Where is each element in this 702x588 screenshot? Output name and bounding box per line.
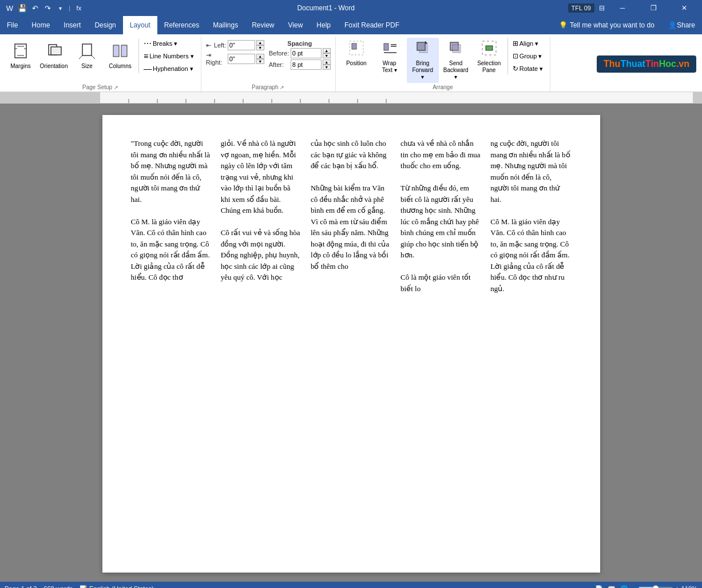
svg-rect-6 [51, 47, 61, 55]
undo-icon[interactable]: ↶ [30, 3, 40, 13]
svg-text:-5: -5 [127, 102, 132, 104]
redo-icon[interactable]: ↷ [42, 3, 53, 13]
spacing-after-input[interactable] [291, 59, 322, 70]
hyphenation-label: Hyphenation ▾ [153, 65, 193, 73]
columns-button[interactable]: Columns [104, 41, 136, 72]
paragraph-dialog-icon[interactable]: ↗ [280, 85, 284, 90]
svg-text:-3: -3 [184, 102, 189, 104]
menu-home[interactable]: Home [25, 16, 57, 34]
align-button[interactable]: ⊞ Align ▾ [510, 38, 545, 49]
indent-right-icon: ⇥ [206, 51, 211, 58]
menu-references[interactable]: References [157, 16, 206, 34]
position-icon [348, 40, 364, 59]
language-indicator[interactable]: 📝 English (United States) [80, 585, 154, 589]
spacing-before-down[interactable]: ▼ [323, 53, 331, 58]
indent-right-down[interactable]: ▼ [256, 59, 264, 64]
spacing-after-up[interactable]: ▲ [323, 59, 331, 65]
menu-insert[interactable]: Insert [57, 16, 88, 34]
menu-mailings[interactable]: Mailings [206, 16, 245, 34]
zoom-handle[interactable] [652, 585, 659, 588]
title-bar-controls: TFL 09 ⊟ ─ ❐ ✕ [568, 0, 697, 16]
position-label: Position [346, 60, 367, 67]
status-right: 📄 📖 🌐 − + 110% [595, 585, 697, 589]
spacing-after-down[interactable]: ▼ [323, 65, 331, 70]
document-area[interactable]: "Trong cuộc đời, người tôi mang ơn nhiều… [0, 104, 702, 582]
send-backward-label: Send Backward ▾ [443, 60, 469, 81]
selection-pane-label: Selection Pane [477, 60, 502, 74]
page-setup-label: Page Setup ↗ [5, 83, 196, 92]
column-2: giỏi. Về nhà cô là người vợ ngoan, mẹ hi… [221, 138, 302, 294]
svg-line-9 [92, 55, 95, 59]
menu-help[interactable]: Help [310, 16, 338, 34]
status-bar: Page 1 of 2 668 words 📝 English (United … [0, 582, 702, 588]
proofing-icon: 📝 [80, 585, 88, 589]
line-numbers-label: Line Numbers ▾ [149, 53, 194, 60]
svg-rect-19 [417, 42, 425, 50]
customize-icon[interactable]: ▾ [55, 3, 65, 13]
logo-thuat: Thuat [620, 59, 645, 69]
wrap-text-icon [382, 40, 398, 59]
indent-right-up[interactable]: ▲ [256, 54, 264, 59]
size-button[interactable]: Size [71, 41, 103, 72]
save-icon[interactable]: 💾 [17, 3, 27, 13]
close-button[interactable]: ✕ [671, 0, 697, 16]
page-setup-dialog-icon[interactable]: ↗ [114, 85, 118, 90]
column-5: ng cuộc đời, người tôi mang ơn nhiều nhấ… [490, 138, 571, 294]
indent-left-down[interactable]: ▼ [256, 45, 264, 50]
menu-share[interactable]: 👤 Share [661, 16, 702, 34]
view-web-icon[interactable]: 🌐 [620, 585, 628, 589]
menu-design[interactable]: Design [88, 16, 122, 34]
send-backward-button[interactable]: Send Backward ▾ [440, 38, 472, 83]
svg-rect-21 [453, 45, 461, 53]
document-page[interactable]: "Trong cuộc đời, người tôi mang ơn nhiều… [102, 115, 600, 573]
indent-left-input[interactable] [228, 40, 255, 50]
rotate-button[interactable]: ↻ Rotate ▾ [510, 63, 545, 74]
zoom-in-icon[interactable]: + [675, 585, 679, 588]
menu-file[interactable]: File [0, 16, 25, 34]
column-1: "Trong cuộc đời, người tôi mang ơn nhiều… [131, 138, 212, 294]
spacing-before-spinner[interactable]: ▲ ▼ [323, 48, 331, 58]
help-icon[interactable]: ⊟ [599, 4, 605, 12]
menu-review[interactable]: Review [245, 16, 281, 34]
indent-left-spinner[interactable]: ▲ ▼ [256, 40, 264, 50]
svg-text:-2: -2 [213, 102, 217, 104]
indent-left-label: ⇤ Left: [206, 42, 227, 49]
spacing-before-input[interactable] [291, 48, 322, 58]
bring-forward-button[interactable]: Bring Forward ▾ [407, 38, 439, 83]
logo-vn: .vn [676, 59, 689, 69]
restore-button[interactable]: ❐ [640, 0, 667, 16]
zoom-out-icon[interactable]: − [633, 585, 636, 588]
indent-right-label: ⇥ Right: [206, 51, 227, 66]
menu-tell-me[interactable]: 💡 Tell me what you want to do [552, 16, 661, 34]
selection-pane-button[interactable]: Selection Pane [473, 38, 505, 76]
indent-right-input[interactable] [228, 54, 255, 64]
page-setup-top-row: Margins Orientation Size C [5, 38, 196, 74]
status-left: Page 1 of 2 668 words 📝 English (United … [5, 585, 154, 589]
menu-view[interactable]: View [281, 16, 310, 34]
spacing-after-spinner[interactable]: ▲ ▼ [323, 59, 331, 70]
column-4: chưa và về nhà cô nhắn tin cho mẹ em bảo… [400, 138, 481, 294]
line-numbers-button[interactable]: ≡ Line Numbers ▾ [141, 50, 196, 62]
svg-text:1: 1 [299, 102, 302, 104]
hyphenation-button[interactable]: — Hyphenation ▾ [141, 63, 196, 74]
position-button[interactable]: Position [340, 38, 372, 69]
rotate-icon: ↻ [513, 65, 518, 73]
group-button[interactable]: ⊡ Group ▾ [510, 51, 545, 61]
breaks-button[interactable]: ⋯ Breaks ▾ [141, 38, 196, 49]
ribbon-group-paragraph: ⇤ Left: ▲ ▼ ⇥ Right: ▲ [201, 37, 336, 92]
menu-foxit[interactable]: Foxit Reader PDF [338, 16, 406, 34]
spacing-before-row: Before: ▲ ▼ [269, 48, 331, 58]
spacing-before-up[interactable]: ▲ [323, 48, 331, 53]
group-label: Group ▾ [519, 53, 542, 60]
orientation-button[interactable]: Orientation [38, 41, 70, 72]
view-read-icon[interactable]: 📖 [608, 585, 616, 589]
minimize-button[interactable]: ─ [609, 0, 636, 16]
view-print-icon[interactable]: 📄 [595, 585, 603, 589]
menu-layout[interactable]: Layout [123, 16, 157, 34]
margins-button[interactable]: Margins [5, 41, 37, 72]
indent-left-up[interactable]: ▲ [256, 40, 264, 45]
wrap-text-button[interactable]: Wrap Text ▾ [374, 38, 406, 76]
indent-right-spinner[interactable]: ▲ ▼ [256, 54, 264, 64]
selection-pane-icon [481, 40, 497, 59]
zoom-control[interactable]: − + 110% [633, 585, 697, 588]
